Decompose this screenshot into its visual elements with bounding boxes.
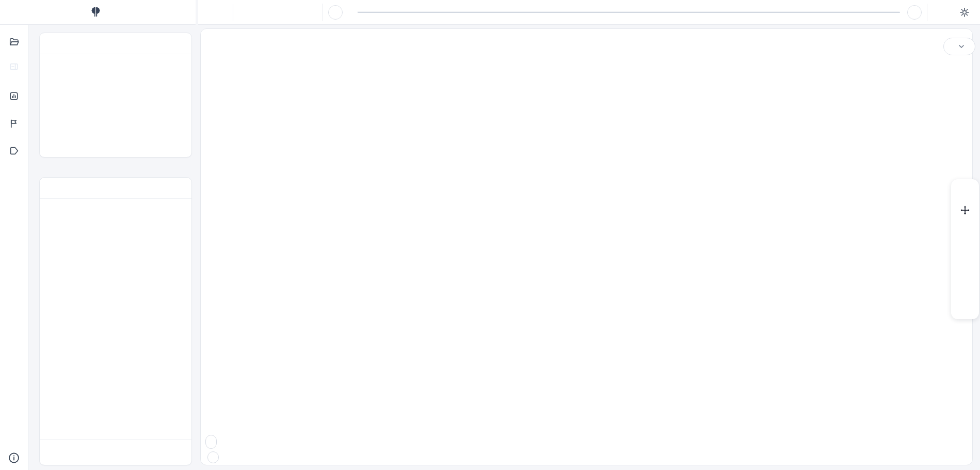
playback-toolbar: ⚙ (198, 0, 980, 25)
screenshot-tool-button[interactable] (955, 242, 975, 257)
montage-select[interactable] (943, 38, 975, 55)
slider-track[interactable] (352, 11, 900, 13)
current-time-readout (328, 5, 343, 20)
divider (233, 4, 233, 21)
zoom-out-icon (961, 285, 969, 293)
divider (323, 4, 323, 21)
settings-button[interactable]: ⚙ (933, 2, 955, 23)
sidebar-item-statistics[interactable] (4, 87, 24, 105)
bar-chart-icon (9, 91, 19, 101)
reset-view-tool-button[interactable] (955, 301, 975, 316)
camera-icon (961, 245, 969, 254)
sidebar (0, 25, 28, 470)
stats-button[interactable] (204, 2, 228, 23)
skip-back-icon (246, 8, 255, 17)
folder-open-icon (9, 37, 20, 48)
record-info-icon (9, 61, 19, 72)
zoom-out-tool-button[interactable] (955, 281, 975, 296)
pen-icon (961, 226, 969, 234)
play-icon (274, 8, 283, 17)
events-footer (40, 439, 191, 465)
eeg-chart-card (200, 28, 973, 465)
sidebar-item-flags[interactable] (4, 115, 24, 132)
gear-icon: ⚙ (939, 7, 949, 18)
zoom-in-icon (961, 265, 969, 273)
move-icon (960, 206, 970, 215)
skip-forward-button[interactable] (294, 2, 317, 23)
basic-info-card (39, 33, 192, 158)
flag-all-button[interactable] (170, 446, 183, 459)
sun-icon (959, 7, 970, 18)
slider-knob[interactable] (349, 8, 358, 17)
chart-tools-toolbar (951, 179, 979, 319)
tag-icon (9, 146, 19, 156)
sidebar-item-labels[interactable] (4, 142, 24, 160)
flag-tool-button[interactable] (955, 183, 975, 198)
end-time-readout (907, 5, 922, 20)
zoom-in-tool-button[interactable] (955, 261, 975, 276)
sidebar-item-files[interactable] (4, 33, 24, 51)
flag-icon (9, 118, 19, 129)
cursor-channel-readout (207, 451, 219, 463)
divider (927, 4, 927, 21)
chevron-down-icon (959, 45, 964, 48)
refresh-icon (961, 304, 969, 312)
app-header-logo (0, 0, 196, 25)
theme-toggle-button[interactable] (955, 3, 974, 22)
events-card (39, 177, 192, 465)
events-table-header (40, 206, 191, 218)
sidebar-item-record-info[interactable] (4, 57, 24, 76)
timeline-slider[interactable] (348, 2, 902, 23)
eeg-plot-surface[interactable] (201, 29, 972, 465)
info-circle-icon (8, 452, 20, 464)
events-title (40, 178, 191, 199)
move-tool-button[interactable] (955, 202, 975, 217)
pen-tool-button[interactable] (955, 222, 975, 237)
skip-forward-icon (301, 8, 311, 17)
brain-logo-icon (90, 6, 102, 18)
skip-back-button[interactable] (238, 2, 262, 23)
basic-info-title (40, 33, 191, 54)
play-button[interactable] (266, 2, 290, 23)
info-button[interactable] (8, 452, 20, 464)
flag-icon (961, 186, 969, 195)
stats-icon (212, 8, 221, 17)
cursor-time-readout (205, 435, 217, 449)
